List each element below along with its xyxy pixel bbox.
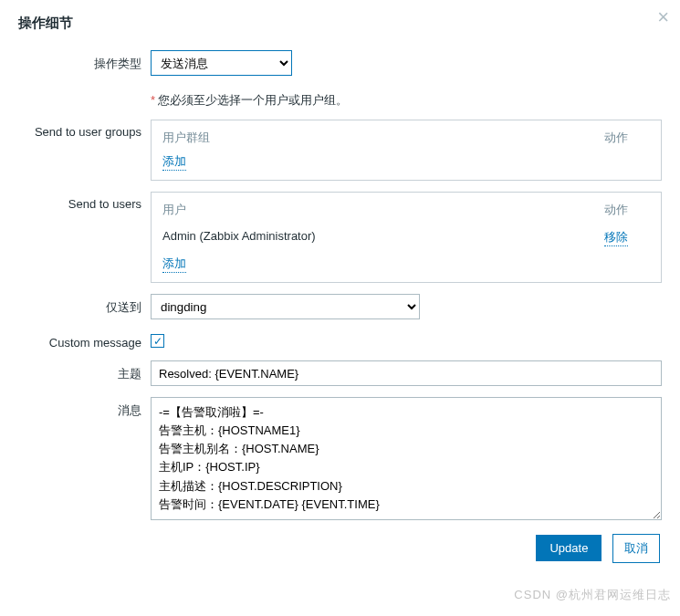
table-row: Admin (Zabbix Administrator) 移除 [162, 225, 650, 250]
custom-message-checkbox[interactable]: ✓ [151, 334, 164, 348]
subject-label: 主题 [18, 360, 151, 382]
user-groups-label: Send to user groups [18, 120, 151, 139]
user-groups-col-action: 动作 [604, 130, 650, 146]
user-name: Admin (Zabbix Administrator) [162, 229, 604, 246]
users-col-action: 动作 [604, 202, 650, 218]
watermark: CSDN @杭州君网运维日志 [514, 587, 671, 603]
remove-user-link[interactable]: 移除 [604, 229, 628, 246]
add-user-group-link[interactable]: 添加 [162, 153, 186, 171]
subject-input[interactable] [151, 360, 662, 386]
close-icon[interactable]: × [657, 5, 669, 29]
users-label: Send to users [18, 192, 151, 211]
validation-message: 您必须至少选择一个用户或用户组。 [158, 93, 348, 107]
send-only-to-select[interactable]: dingding [151, 294, 420, 319]
modal-title: 操作细节 [18, 15, 662, 32]
cancel-button[interactable]: 取消 [612, 534, 660, 563]
required-asterisk: * [151, 93, 155, 107]
message-label: 消息 [18, 397, 151, 419]
message-textarea[interactable] [151, 397, 662, 520]
user-groups-col-name: 用户群组 [162, 130, 604, 146]
operation-type-select[interactable]: 发送消息 [151, 50, 292, 76]
send-only-to-label: 仅送到 [18, 294, 151, 316]
custom-message-label: Custom message [18, 330, 151, 350]
operation-detail-modal: × 操作细节 操作类型 发送消息 *您必须至少选择一个用户或用户组。 Send … [0, 0, 680, 572]
update-button[interactable]: Update [536, 535, 602, 561]
user-groups-box: 用户群组 动作 添加 [151, 120, 662, 181]
operation-type-label: 操作类型 [18, 50, 151, 72]
users-box: 用户 动作 Admin (Zabbix Administrator) 移除 添加 [151, 192, 662, 283]
users-col-name: 用户 [162, 202, 604, 218]
add-user-link[interactable]: 添加 [162, 256, 186, 273]
